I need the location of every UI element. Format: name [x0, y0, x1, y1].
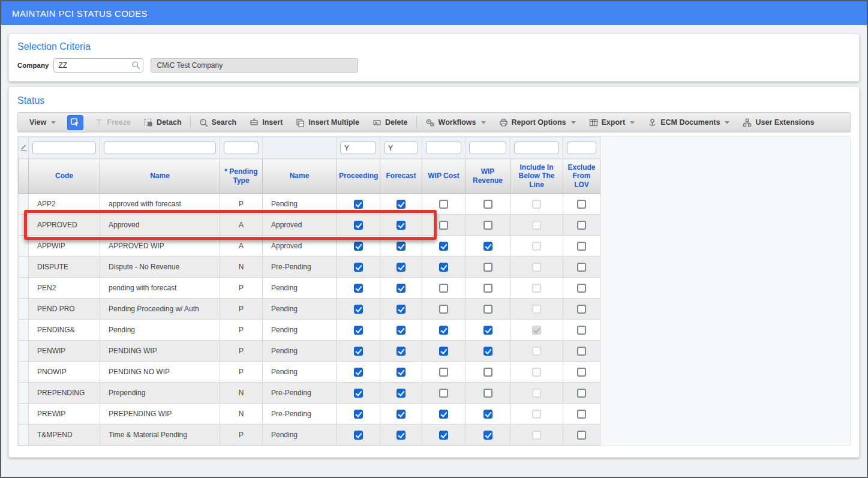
cell-pending-type[interactable]: P	[220, 341, 263, 362]
filter-exclude-from-lov-input[interactable]	[567, 142, 596, 154]
cell-pending-type-name[interactable]: Pending	[263, 362, 337, 383]
cell-name[interactable]: Approved	[100, 215, 220, 236]
table-row[interactable]: PREPENDINGPrependingNPre-Pending	[19, 383, 600, 404]
row-handle-cell[interactable]	[19, 383, 29, 404]
cell-name[interactable]: pending with forecast	[100, 278, 220, 299]
search-button[interactable]: Search	[193, 113, 244, 132]
proceeding-checkbox[interactable]	[354, 431, 363, 440]
exclude-from-lov-checkbox[interactable]	[577, 284, 586, 293]
cell-pending-type[interactable]: N	[220, 257, 263, 278]
exclude-from-lov-checkbox[interactable]	[577, 242, 586, 251]
column-header-include-below-line[interactable]: Include In Below The Line	[510, 159, 563, 194]
cell-name[interactable]: Time & Material Pending	[100, 425, 220, 446]
wip-revenue-checkbox[interactable]	[483, 221, 492, 230]
wip-revenue-checkbox[interactable]	[483, 305, 492, 314]
column-header-forecast[interactable]: Forecast	[380, 159, 422, 194]
wip-cost-checkbox[interactable]	[439, 284, 448, 293]
forecast-checkbox[interactable]	[397, 431, 406, 440]
cell-code[interactable]: APP2	[29, 194, 100, 215]
cell-pending-type-name[interactable]: Pending	[263, 425, 337, 446]
filter-wip-revenue-input[interactable]	[469, 142, 506, 154]
query-by-example-toggle-button[interactable]	[67, 115, 83, 130]
proceeding-checkbox[interactable]	[354, 263, 363, 272]
filter-name-input[interactable]	[104, 142, 216, 154]
table-row[interactable]: PREWIPPREPENDING WIPNPre-Pending	[19, 404, 600, 425]
filter-forecast-input[interactable]	[384, 142, 418, 154]
cell-code[interactable]: PENDING&	[29, 320, 100, 341]
forecast-checkbox[interactable]	[397, 368, 406, 377]
exclude-from-lov-checkbox[interactable]	[577, 326, 586, 335]
cell-pending-type-name[interactable]: Pending	[263, 278, 337, 299]
wip-revenue-checkbox[interactable]	[483, 347, 492, 356]
user-extensions-button[interactable]: User Extensions	[736, 113, 821, 132]
wip-revenue-checkbox[interactable]	[483, 410, 492, 419]
cell-code[interactable]: PEND PRO	[29, 299, 100, 320]
forecast-checkbox[interactable]	[397, 326, 406, 335]
table-row[interactable]: DISPUTEDispute - No RevenueNPre-Pending	[19, 257, 600, 278]
wip-revenue-checkbox[interactable]	[483, 431, 492, 440]
detach-button[interactable]: Detach	[137, 113, 188, 132]
cell-pending-type-name[interactable]: Pre-Pending	[263, 383, 337, 404]
proceeding-checkbox[interactable]	[354, 326, 363, 335]
proceeding-checkbox[interactable]	[354, 410, 363, 419]
wip-cost-checkbox[interactable]	[439, 410, 448, 419]
cell-pending-type[interactable]: P	[220, 425, 263, 446]
wip-cost-checkbox[interactable]	[439, 221, 448, 230]
search-icon[interactable]	[131, 61, 140, 72]
filter-pending-type-input[interactable]	[224, 142, 259, 154]
wip-revenue-checkbox[interactable]	[483, 389, 492, 398]
exclude-from-lov-checkbox[interactable]	[577, 263, 586, 272]
exclude-from-lov-checkbox[interactable]	[577, 389, 586, 398]
row-handle-cell[interactable]	[19, 257, 29, 278]
cell-name[interactable]: PENDING NO WIP	[100, 362, 220, 383]
filter-proceeding-input[interactable]	[340, 142, 376, 154]
ecm-documents-menu-button[interactable]: ECM Documents	[641, 113, 736, 132]
table-row[interactable]: APPROVEDApprovedAApproved	[19, 215, 600, 236]
column-header-pending-type[interactable]: * Pending Type	[220, 159, 263, 194]
exclude-from-lov-checkbox[interactable]	[577, 410, 586, 419]
proceeding-checkbox[interactable]	[354, 284, 363, 293]
cell-pending-type-name[interactable]: Pre-Pending	[263, 257, 337, 278]
row-handle-cell[interactable]	[19, 299, 29, 320]
proceeding-checkbox[interactable]	[354, 242, 363, 251]
filter-include-below-line-input[interactable]	[514, 142, 559, 154]
row-handle-cell[interactable]	[19, 278, 29, 299]
wip-revenue-checkbox[interactable]	[483, 263, 492, 272]
row-handle-cell[interactable]	[19, 236, 29, 257]
cell-name[interactable]: PREPENDING WIP	[100, 404, 220, 425]
row-handle-cell[interactable]	[19, 404, 29, 425]
cell-pending-type-name[interactable]: Pending	[263, 341, 337, 362]
cell-pending-type[interactable]: A	[220, 215, 263, 236]
forecast-checkbox[interactable]	[397, 200, 406, 209]
forecast-checkbox[interactable]	[397, 263, 406, 272]
insert-button[interactable]: Insert	[243, 113, 289, 132]
cell-code[interactable]: T&MPEND	[29, 425, 100, 446]
proceeding-checkbox[interactable]	[354, 200, 363, 209]
table-row[interactable]: PEN2pending with forecastPPending	[19, 278, 600, 299]
proceeding-checkbox[interactable]	[354, 305, 363, 314]
forecast-checkbox[interactable]	[397, 305, 406, 314]
wip-revenue-checkbox[interactable]	[483, 200, 492, 209]
proceeding-checkbox[interactable]	[354, 368, 363, 377]
column-header-name[interactable]: Name	[100, 159, 220, 194]
proceeding-checkbox[interactable]	[354, 347, 363, 356]
row-handle-cell[interactable]	[19, 194, 29, 215]
row-handle-cell[interactable]	[19, 341, 29, 362]
cell-name[interactable]: PENDING WIP	[100, 341, 220, 362]
table-row[interactable]: APP2approved with forecastPPending	[19, 194, 600, 215]
wip-revenue-checkbox[interactable]	[483, 242, 492, 251]
forecast-checkbox[interactable]	[397, 410, 406, 419]
wip-cost-checkbox[interactable]	[439, 389, 448, 398]
forecast-checkbox[interactable]	[397, 347, 406, 356]
table-row[interactable]: PENDING&PendingPPending	[19, 320, 600, 341]
cell-name[interactable]: approved with forecast	[100, 194, 220, 215]
exclude-from-lov-checkbox[interactable]	[577, 368, 586, 377]
cell-pending-type-name[interactable]: Approved	[263, 215, 337, 236]
freeze-button[interactable]: Freeze	[88, 113, 137, 132]
wip-revenue-checkbox[interactable]	[483, 368, 492, 377]
wip-cost-checkbox[interactable]	[439, 242, 448, 251]
wip-cost-checkbox[interactable]	[439, 326, 448, 335]
cell-name[interactable]: Pending Proceeding w/ Auth	[100, 299, 220, 320]
exclude-from-lov-checkbox[interactable]	[577, 221, 586, 230]
cell-pending-type[interactable]: A	[220, 236, 263, 257]
